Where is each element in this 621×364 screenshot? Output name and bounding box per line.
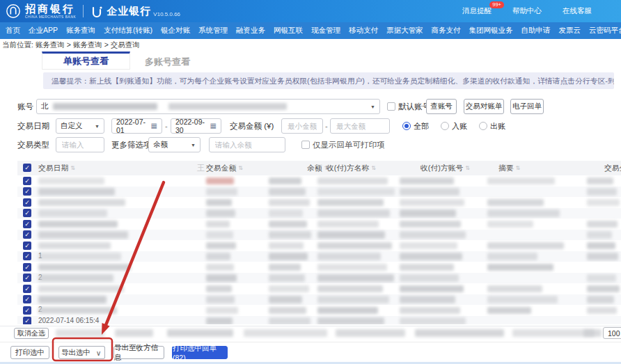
nav-item-8[interactable]: 现金管理 [311,26,340,35]
account-select[interactable]: 北 ▼ [36,99,380,114]
row-checkbox[interactable]: ✓ [23,274,31,282]
nav-item-15[interactable]: 云密码平台 [589,26,621,35]
row-checkbox[interactable]: ✓ [23,306,31,315]
e-receipt-button[interactable]: 电子回单 [510,99,544,114]
row-checkbox[interactable]: ✓ [23,220,31,228]
calendar-icon[interactable]: ▦ [210,122,217,129]
nav-item-0[interactable]: 首页 [6,26,20,35]
redacted-cell [487,296,558,303]
divider [0,342,621,342]
column-header-3[interactable]: 收(付)方名称⇅ [327,161,376,175]
topbar-link[interactable]: 在线客服 [563,6,592,16]
more-filter-select[interactable]: 余额 ▼ [148,137,201,152]
balance-field[interactable] [209,137,285,152]
column-header-1[interactable]: 交易金额⇅ [206,161,243,175]
row-checkbox[interactable]: ✓ [23,295,31,303]
sort-icon[interactable]: ⇅ [465,165,470,171]
nav-item-3[interactable]: 支付结算(转账) [104,26,152,35]
nav-item-5[interactable]: 系统管理 [198,26,228,35]
nav-item-12[interactable]: 集团网银业务 [469,26,513,35]
row-checkbox[interactable]: ✓ [23,285,31,293]
export-dropdown-caret[interactable]: ∨ [93,346,105,359]
redacted-cell [400,307,460,315]
query-account-button[interactable]: 查账号 [426,99,457,114]
nav-item-13[interactable]: 自助申请 [521,26,551,35]
column-header-4[interactable]: 收(付)方账号⇅ [420,161,470,175]
default-account-checkbox[interactable] [387,102,395,111]
row-checkbox[interactable]: ✓ [23,242,31,250]
nav-item-1[interactable]: 企业APP [29,26,58,35]
nav-item-7[interactable]: 网银互联 [274,26,303,35]
print-selected-button[interactable]: 打印选中 [10,346,49,359]
export-to-payee-button[interactable]: 导出至收方信息 [113,346,164,359]
table-body: ✓✓✓✓✓✓✓✓1✓✓2✓✓✓2✓2022-07-14 06:15:4 [17,175,621,324]
bank-name: 招商银行 [25,3,76,14]
redacted-cell [487,264,553,271]
nav-item-2[interactable]: 账务查询 [66,26,95,35]
date-to-input[interactable]: 2022-09-30 ▦ [171,118,221,134]
sort-icon[interactable]: ⇅ [238,165,243,171]
row-checkbox[interactable]: ✓ [23,187,31,196]
redacted-cell [487,253,537,260]
date-from-input[interactable]: 2022-07-01 ▦ [111,118,162,134]
amount-min-input[interactable] [286,121,318,131]
radio-circle[interactable] [402,122,411,130]
export-selected-button[interactable]: 导出选中 [58,346,93,359]
column-header-5[interactable]: 摘要⇅ [498,161,520,175]
column-header-2[interactable]: 余额⇅ [307,161,329,175]
row-checkbox[interactable]: ✓ [23,177,31,185]
bank-tagline: CHINA MERCHANTS BANK [25,15,76,19]
redacted-cell [206,177,234,185]
column-header-0[interactable]: 交易日期⇅ [38,161,75,175]
page-size-select[interactable]: 100 [603,327,621,339]
redacted-cell [317,274,394,282]
column-label: 交易分 [604,164,621,173]
redacted-cell [206,274,237,282]
amount-max-input[interactable] [335,121,385,131]
direction-radio-2[interactable]: 出账 [479,121,505,132]
notice-bar: 温馨提示：新上线【到账通知】功能，可为每个企业账号设置对应业务员权限(包括非网银… [43,72,614,89]
sort-icon[interactable]: ⇅ [371,165,376,171]
cmb-logo-icon [6,3,21,19]
bank-logo[interactable]: 招商银行 CHINA MERCHANTS BANK [6,3,76,19]
radio-circle[interactable] [441,122,449,130]
redacted-summary [512,329,595,337]
row-checkbox[interactable]: ✓ [23,230,31,239]
nav-item-10[interactable]: 票据大管家 [386,26,423,35]
sort-icon[interactable]: ⇅ [70,165,75,171]
nav-item-11[interactable]: 商务支付 [432,26,461,35]
row-checkbox[interactable]: ✓ [23,263,31,271]
row-checkbox[interactable]: ✓ [23,209,31,217]
nav-item-4[interactable]: 银企对账 [161,26,190,35]
topbar-link[interactable]: 消息提醒99+ [462,6,492,16]
row-checkbox[interactable]: ✓ [23,198,31,207]
redacted-cell [38,242,111,250]
type-input[interactable] [61,140,100,150]
row-checkbox[interactable]: ✓ [23,317,31,324]
printable-only-checkbox[interactable] [301,141,310,149]
sort-icon[interactable]: ⇅ [516,165,521,171]
nav-item-14[interactable]: 发票云 [559,26,581,35]
calendar-icon[interactable]: ▦ [151,122,157,129]
amount-min-field[interactable] [281,118,323,134]
direction-radio-0[interactable]: 全部 [402,121,429,132]
tab-multi-account[interactable]: 多账号查看 [145,56,190,68]
nav-item-9[interactable]: 移动支付 [349,26,378,35]
statement-button[interactable]: 交易对账单 [464,99,504,114]
amount-max-field[interactable] [330,118,390,134]
redacted-cell [400,274,459,282]
select-all-checkbox[interactable]: ✓ [23,164,31,172]
print-receipts-button[interactable]: 打印选中回单(82) [172,346,228,359]
nav-item-6[interactable]: 融资业务 [236,26,265,35]
tab-single-account[interactable]: 单账号查看 [42,52,130,70]
topbar-link[interactable]: 帮助中心 [512,6,542,16]
balance-input[interactable] [214,140,281,150]
radio-label: 入账 [452,121,467,132]
redacted-cell [38,199,125,207]
row-checkbox[interactable]: ✓ [23,252,31,260]
radio-circle[interactable] [479,122,487,130]
column-header-6[interactable]: 交易分⇅ [604,161,621,175]
direction-radio-1[interactable]: 入账 [441,121,467,132]
date-range-select[interactable]: 自定义 ▼ [56,118,104,134]
type-field[interactable] [56,137,104,152]
